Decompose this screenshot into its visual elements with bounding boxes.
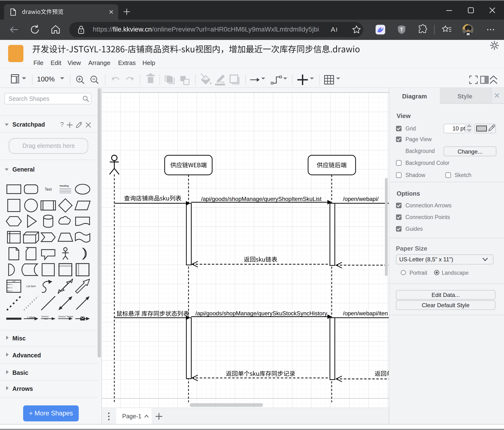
svg-text:/open/webapi/: /open/webapi/: [343, 196, 379, 202]
svg-text:Text: Text: [45, 187, 52, 191]
svg-text:/api/goods/shopManage/querySku: /api/goods/shopManage/querySkuStockSyncH…: [195, 310, 327, 317]
svg-text:Source: Source: [58, 315, 66, 318]
svg-text:/api/goods/shopManage/querySho: /api/goods/shopManage/queryShopItemSkuLi…: [201, 196, 322, 202]
svg-text:T: T: [400, 27, 403, 32]
svg-text:/open/webapi/iten: /open/webapi/iten: [343, 310, 388, 317]
svg-text:Item 1: Item 1: [7, 283, 13, 285]
svg-text:Heading: Heading: [60, 184, 69, 187]
svg-text:List Item: List Item: [26, 285, 36, 288]
svg-text:Item 2: Item 2: [7, 287, 12, 289]
svg-text:Label: Label: [27, 316, 35, 319]
svg-text:List: List: [12, 280, 16, 282]
svg-text:Item 3: Item 3: [7, 290, 13, 292]
svg-text:Target: Target: [67, 315, 73, 318]
svg-text:Source: Source: [41, 315, 49, 318]
svg-text:A: A: [331, 26, 335, 33]
